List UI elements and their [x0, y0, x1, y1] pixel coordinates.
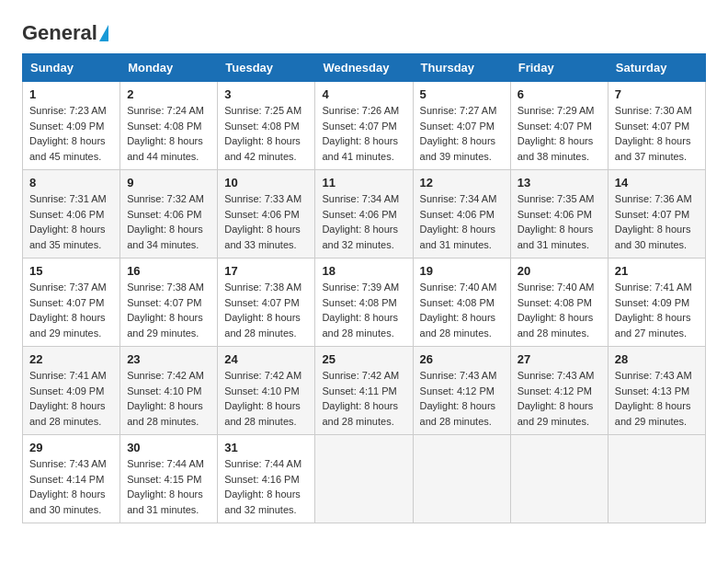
day-info: Sunrise: 7:42 AMSunset: 4:10 PMDaylight:…	[127, 370, 204, 427]
day-info: Sunrise: 7:39 AMSunset: 4:08 PMDaylight:…	[322, 282, 399, 339]
day-number: 7	[615, 87, 699, 101]
day-info: Sunrise: 7:43 AMSunset: 4:14 PMDaylight:…	[29, 458, 107, 515]
calendar-cell: 11Sunrise: 7:34 AMSunset: 4:06 PMDayligh…	[315, 170, 413, 259]
col-monday: Monday	[120, 54, 218, 82]
calendar-cell: 22Sunrise: 7:41 AMSunset: 4:09 PMDayligh…	[23, 347, 120, 435]
calendar-cell: 2Sunrise: 7:24 AMSunset: 4:08 PMDaylight…	[120, 82, 218, 170]
calendar-cell: 8Sunrise: 7:31 AMSunset: 4:06 PMDaylight…	[23, 170, 120, 259]
day-info: Sunrise: 7:34 AMSunset: 4:06 PMDaylight:…	[322, 193, 399, 250]
day-number: 14	[615, 176, 699, 190]
day-info: Sunrise: 7:43 AMSunset: 4:13 PMDaylight:…	[615, 370, 692, 427]
day-info: Sunrise: 7:41 AMSunset: 4:09 PMDaylight:…	[615, 282, 692, 339]
day-number: 9	[127, 176, 210, 190]
day-info: Sunrise: 7:38 AMSunset: 4:07 PMDaylight:…	[127, 282, 204, 339]
logo-general: General	[22, 22, 97, 44]
calendar-week-5: 29Sunrise: 7:43 AMSunset: 4:14 PMDayligh…	[23, 435, 706, 523]
col-tuesday: Tuesday	[218, 54, 315, 82]
calendar-cell: 13Sunrise: 7:35 AMSunset: 4:06 PMDayligh…	[510, 170, 608, 259]
calendar-cell: 23Sunrise: 7:42 AMSunset: 4:10 PMDayligh…	[120, 347, 218, 435]
day-number: 22	[29, 352, 113, 366]
calendar-cell: 16Sunrise: 7:38 AMSunset: 4:07 PMDayligh…	[120, 259, 218, 347]
calendar-cell: 6Sunrise: 7:29 AMSunset: 4:07 PMDaylight…	[510, 82, 608, 170]
calendar-cell: 7Sunrise: 7:30 AMSunset: 4:07 PMDaylight…	[608, 82, 705, 170]
calendar-cell: 20Sunrise: 7:40 AMSunset: 4:08 PMDayligh…	[510, 259, 608, 347]
day-number: 11	[322, 176, 405, 190]
day-number: 25	[322, 352, 405, 366]
calendar-cell: 9Sunrise: 7:32 AMSunset: 4:06 PMDaylight…	[120, 170, 218, 259]
col-saturday: Saturday	[608, 54, 705, 82]
calendar-cell: 1Sunrise: 7:23 AMSunset: 4:09 PMDaylight…	[23, 82, 120, 170]
calendar-week-1: 1Sunrise: 7:23 AMSunset: 4:09 PMDaylight…	[23, 82, 706, 170]
calendar-cell: 14Sunrise: 7:36 AMSunset: 4:07 PMDayligh…	[608, 170, 705, 259]
day-number: 16	[127, 264, 210, 278]
day-info: Sunrise: 7:27 AMSunset: 4:07 PMDaylight:…	[420, 105, 497, 162]
day-number: 2	[127, 87, 210, 101]
calendar-cell: 28Sunrise: 7:43 AMSunset: 4:13 PMDayligh…	[608, 347, 705, 435]
day-info: Sunrise: 7:40 AMSunset: 4:08 PMDaylight:…	[420, 282, 497, 339]
day-number: 27	[518, 352, 601, 366]
col-friday: Friday	[510, 54, 608, 82]
calendar-cell: 25Sunrise: 7:42 AMSunset: 4:11 PMDayligh…	[315, 347, 413, 435]
logo-triangle-icon	[99, 25, 108, 41]
day-number: 5	[420, 87, 504, 101]
calendar-cell	[608, 435, 705, 523]
logo: General	[22, 22, 108, 44]
col-thursday: Thursday	[413, 54, 510, 82]
day-number: 23	[127, 352, 210, 366]
day-info: Sunrise: 7:23 AMSunset: 4:09 PMDaylight:…	[29, 105, 107, 162]
calendar-cell: 12Sunrise: 7:34 AMSunset: 4:06 PMDayligh…	[413, 170, 510, 259]
calendar-cell: 26Sunrise: 7:43 AMSunset: 4:12 PMDayligh…	[413, 347, 510, 435]
calendar-cell: 17Sunrise: 7:38 AMSunset: 4:07 PMDayligh…	[218, 259, 315, 347]
day-info: Sunrise: 7:40 AMSunset: 4:08 PMDaylight:…	[518, 282, 595, 339]
calendar-cell	[315, 435, 413, 523]
day-info: Sunrise: 7:44 AMSunset: 4:16 PMDaylight:…	[224, 458, 301, 515]
day-info: Sunrise: 7:26 AMSunset: 4:07 PMDaylight:…	[322, 105, 399, 162]
day-info: Sunrise: 7:43 AMSunset: 4:12 PMDaylight:…	[518, 370, 595, 427]
day-number: 28	[615, 352, 699, 366]
calendar-cell: 4Sunrise: 7:26 AMSunset: 4:07 PMDaylight…	[315, 82, 413, 170]
calendar-header: Sunday Monday Tuesday Wednesday Thursday…	[23, 54, 706, 82]
day-info: Sunrise: 7:38 AMSunset: 4:07 PMDaylight:…	[224, 282, 301, 339]
calendar-week-2: 8Sunrise: 7:31 AMSunset: 4:06 PMDaylight…	[23, 170, 706, 259]
day-number: 21	[615, 264, 699, 278]
day-info: Sunrise: 7:30 AMSunset: 4:07 PMDaylight:…	[615, 105, 692, 162]
day-number: 12	[420, 176, 504, 190]
day-info: Sunrise: 7:41 AMSunset: 4:09 PMDaylight:…	[29, 370, 107, 427]
day-info: Sunrise: 7:36 AMSunset: 4:07 PMDaylight:…	[615, 193, 692, 250]
calendar-cell: 27Sunrise: 7:43 AMSunset: 4:12 PMDayligh…	[510, 347, 608, 435]
calendar-cell	[413, 435, 510, 523]
day-info: Sunrise: 7:31 AMSunset: 4:06 PMDaylight:…	[29, 193, 107, 250]
day-info: Sunrise: 7:42 AMSunset: 4:10 PMDaylight:…	[224, 370, 301, 427]
calendar-cell: 18Sunrise: 7:39 AMSunset: 4:08 PMDayligh…	[315, 259, 413, 347]
col-wednesday: Wednesday	[315, 54, 413, 82]
page-header: General	[22, 18, 706, 44]
day-info: Sunrise: 7:35 AMSunset: 4:06 PMDaylight:…	[518, 193, 595, 250]
day-number: 17	[224, 264, 308, 278]
calendar-week-4: 22Sunrise: 7:41 AMSunset: 4:09 PMDayligh…	[23, 347, 706, 435]
day-info: Sunrise: 7:29 AMSunset: 4:07 PMDaylight:…	[518, 105, 595, 162]
day-number: 31	[224, 441, 308, 454]
day-info: Sunrise: 7:32 AMSunset: 4:06 PMDaylight:…	[127, 193, 204, 250]
calendar-cell	[510, 435, 608, 523]
day-info: Sunrise: 7:37 AMSunset: 4:07 PMDaylight:…	[29, 282, 107, 339]
calendar-cell: 29Sunrise: 7:43 AMSunset: 4:14 PMDayligh…	[23, 435, 120, 523]
calendar-cell: 30Sunrise: 7:44 AMSunset: 4:15 PMDayligh…	[120, 435, 218, 523]
day-info: Sunrise: 7:43 AMSunset: 4:12 PMDaylight:…	[420, 370, 497, 427]
calendar-cell: 15Sunrise: 7:37 AMSunset: 4:07 PMDayligh…	[23, 259, 120, 347]
calendar-cell: 3Sunrise: 7:25 AMSunset: 4:08 PMDaylight…	[218, 82, 315, 170]
day-number: 6	[518, 87, 601, 101]
calendar-body: 1Sunrise: 7:23 AMSunset: 4:09 PMDaylight…	[23, 82, 706, 523]
day-number: 29	[29, 441, 113, 454]
day-number: 10	[224, 176, 308, 190]
calendar-cell: 19Sunrise: 7:40 AMSunset: 4:08 PMDayligh…	[413, 259, 510, 347]
header-row: Sunday Monday Tuesday Wednesday Thursday…	[23, 54, 706, 82]
day-number: 30	[127, 441, 210, 454]
day-number: 24	[224, 352, 308, 366]
day-number: 19	[420, 264, 504, 278]
day-info: Sunrise: 7:24 AMSunset: 4:08 PMDaylight:…	[127, 105, 204, 162]
day-number: 8	[29, 176, 113, 190]
calendar-week-3: 15Sunrise: 7:37 AMSunset: 4:07 PMDayligh…	[23, 259, 706, 347]
day-info: Sunrise: 7:42 AMSunset: 4:11 PMDaylight:…	[322, 370, 399, 427]
day-number: 13	[518, 176, 601, 190]
day-info: Sunrise: 7:44 AMSunset: 4:15 PMDaylight:…	[127, 458, 204, 515]
